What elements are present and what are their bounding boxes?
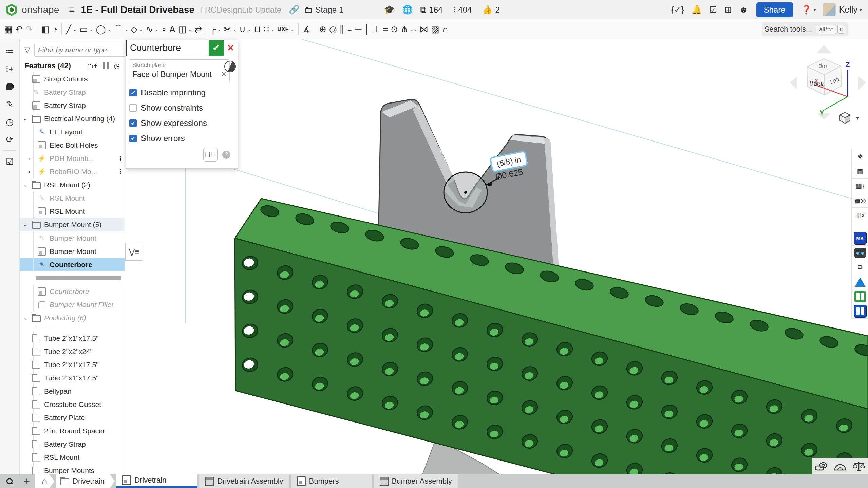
onshape-logo-icon[interactable] (5, 3, 18, 17)
line-tool-icon-caret[interactable]: ⌄ (73, 27, 77, 32)
feature-row[interactable]: ›⚡RoboRIO Mo...••• (20, 165, 125, 178)
tangent-constraint-icon[interactable]: ⌣ (347, 25, 353, 34)
part-row[interactable]: Tube 2"x2"x24" (20, 345, 125, 358)
part-row[interactable]: Battery Plate (20, 411, 125, 424)
normal-constraint-icon[interactable]: ⋔ (401, 25, 408, 34)
sketch-plane-value[interactable]: Face of Bumper Mount (132, 70, 221, 79)
blue-book-app-icon[interactable] (852, 304, 868, 319)
stage-label[interactable]: Stage 1 (315, 5, 343, 15)
document-tab-bumper-assembly[interactable]: Bumper Assembly (374, 474, 458, 488)
tasks-checklist-icon[interactable]: ☑ (710, 5, 717, 15)
sketch-options-button[interactable]: ✎⃝ (203, 148, 218, 162)
document-title[interactable]: 1E - Full Detail Drivebase (81, 4, 194, 15)
part-row[interactable]: Tube 2"x1"x17.5" (20, 358, 125, 371)
comb-constraint-icon[interactable]: ∩ (442, 25, 449, 34)
shaded-view-icon[interactable] (838, 111, 852, 125)
transform-tool-icon[interactable]: ⇄ (194, 25, 202, 34)
sketch-plane-field[interactable]: Sketch plane Face of Bumper Mount ✕ (129, 59, 230, 82)
context-dots-icon[interactable]: ••• (119, 169, 121, 174)
chevron-down-icon[interactable]: ⌄ (23, 315, 31, 321)
mkcad-app-icon[interactable]: MK (852, 231, 868, 246)
workspace-name[interactable]: FRCDesignLib Update (200, 5, 281, 15)
viewcube-arrow-left[interactable] (790, 76, 797, 90)
feature-row[interactable]: ›⚡PDH Mounti...••• (20, 152, 125, 165)
document-tab-drivetrain-assembly[interactable]: Drivetrain Assembly (199, 474, 289, 488)
point-tool-icon[interactable]: ∘ (161, 25, 167, 34)
feature-row[interactable]: Strap Cutouts (20, 72, 125, 86)
equal-constraint-icon[interactable]: = (383, 25, 388, 34)
rebuild-timer-icon[interactable]: ◷ (114, 62, 120, 70)
context-dots-icon[interactable]: ••• (119, 156, 121, 161)
document-menu-icon[interactable]: ≡ (69, 4, 75, 16)
learning-icon[interactable]: 🎓 (384, 5, 395, 15)
circle-tool-icon[interactable]: ◯⌄ (96, 25, 111, 34)
slot-tool-icon-caret[interactable]: ⌄ (188, 27, 192, 32)
triangle-app-icon[interactable] (852, 275, 868, 289)
protractor-icon[interactable] (834, 461, 847, 471)
green-book-app-icon[interactable] (852, 289, 868, 304)
feature-row[interactable]: Bumper Mount (20, 245, 125, 258)
feature-folder-row[interactable]: ⌄Pocketing (6) (20, 311, 125, 324)
curvature-constraint-icon[interactable]: ⌢ (411, 25, 417, 34)
rectangle-tool-icon-caret[interactable]: ⌄ (90, 27, 93, 32)
polygon-tool-icon[interactable]: ◇⌄ (131, 25, 143, 34)
slot-tool-icon[interactable]: ◫⌄ (178, 25, 192, 34)
user-name[interactable]: Kelly (839, 5, 857, 15)
fix-constraint-icon[interactable]: ▨ (431, 25, 439, 34)
sketch-grid-icon[interactable]: ▦ (4, 25, 13, 34)
pattern-tool-icon-caret[interactable]: ⌄ (271, 27, 275, 32)
breadcrumb[interactable]: Drivetrain (56, 474, 115, 488)
part-row[interactable]: Tube 2"x1"x17.5" (20, 371, 125, 384)
use-project-tool-icon[interactable]: ⊔ (254, 25, 261, 34)
rectangle-tool-icon[interactable]: ▭⌄ (79, 25, 93, 34)
search-tools[interactable]: Search tools... alt/⌥ c (762, 22, 848, 36)
feature-row[interactable]: ✎RSL Mount (20, 191, 125, 205)
checkbox-show-constraints[interactable] (129, 104, 137, 112)
part-row[interactable]: Tube 2"x1"x17.5" (20, 332, 125, 345)
mass-properties-icon[interactable] (852, 461, 865, 471)
document-tab-drivetrain[interactable]: Drivetrain (116, 474, 197, 488)
feature-folder-row[interactable]: ⌄RSL Mount (2) (20, 178, 125, 191)
part-row[interactable]: Crosstube Gusset (20, 398, 125, 411)
tape-measure-icon[interactable] (815, 461, 828, 471)
feature-row[interactable]: Counterbore (20, 285, 125, 298)
polygon-tool-icon-caret[interactable]: ⌄ (139, 27, 143, 32)
part-row[interactable]: Bellypan (20, 384, 125, 398)
versions-icon[interactable]: ⟳ (0, 131, 19, 148)
checkbox-disable-imprinting[interactable]: ✔ (129, 89, 137, 96)
fillet-tool-icon-caret[interactable]: ⌄ (218, 27, 221, 32)
fillet-tool-icon[interactable]: ╭⌄ (210, 25, 221, 34)
viewcube-arrow-right[interactable] (858, 76, 866, 90)
feature-folder-row[interactable]: ⌄Electrical Mounting (4) (20, 112, 125, 125)
new-folder-icon[interactable]: 🗀+ (87, 62, 98, 70)
feature-row[interactable]: Bumper Mount Fillet (20, 298, 125, 311)
import-dxf-icon[interactable]: DXF⌄ (277, 25, 294, 34)
undo-icon[interactable]: ↶ (15, 25, 23, 34)
part-row[interactable]: Battery Strap (20, 437, 125, 451)
tab-search-button[interactable] (0, 474, 19, 488)
pattern-tool-icon[interactable]: ∷⌄ (263, 25, 274, 34)
part-row[interactable]: RSL Mount (20, 451, 125, 464)
feature-row[interactable]: ✎Counterbore (20, 258, 125, 271)
horizontal-constraint-icon[interactable]: ─ (355, 25, 361, 34)
rollback-clock-icon[interactable] (224, 61, 236, 72)
feature-row[interactable]: ✎Battery Strap (20, 86, 125, 99)
text-tool-icon[interactable]: A (169, 25, 175, 34)
suspend-rebuild-icon[interactable] (103, 62, 109, 69)
rollback-bar[interactable] (36, 276, 121, 280)
coincident-constraint-icon[interactable]: ⊕ (319, 25, 326, 34)
feature-row[interactable]: ✎EE Layout (20, 125, 125, 138)
chevron-right-icon[interactable]: › (29, 155, 36, 161)
feature-row[interactable]: RSL Mount (20, 205, 125, 218)
trim-tool-icon[interactable]: ✂⌄ (224, 25, 237, 34)
viewcube-top-label[interactable]: Top (818, 63, 828, 71)
cancel-button[interactable]: ✕ (224, 40, 238, 56)
vertical-constraint-icon[interactable]: │ (364, 25, 370, 34)
ai-assistant-icon[interactable]: ☻ (739, 5, 748, 15)
filter-icon[interactable]: ▽ (24, 45, 30, 54)
feature-list-flyout-button[interactable]: ⋁≡ (125, 243, 143, 261)
import-dxf-icon-caret[interactable]: ⌄ (290, 27, 294, 32)
offset-tool-icon[interactable]: ∪⌄ (239, 25, 251, 34)
insert-feature-icon[interactable]: ⁝+ (0, 60, 19, 78)
notes-icon[interactable]: ✎ (0, 95, 19, 113)
